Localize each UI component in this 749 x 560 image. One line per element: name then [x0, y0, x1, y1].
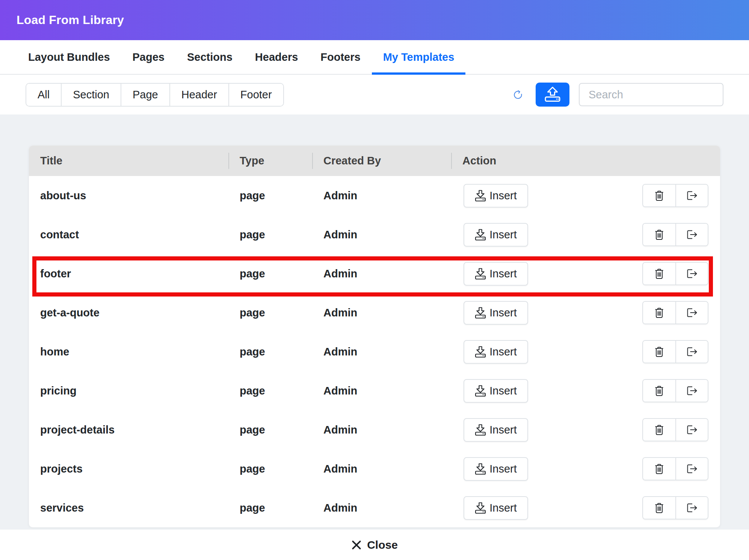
tab-headers[interactable]: Headers: [244, 40, 309, 74]
table-body: about-us page Admin Insert: [29, 176, 720, 527]
insert-button-label: Insert: [489, 268, 517, 280]
row-actions: Insert: [451, 293, 720, 332]
row-icon-buttons: [642, 262, 708, 285]
insert-button-label: Insert: [489, 346, 517, 358]
row-actions: Insert: [451, 449, 720, 488]
export-button[interactable]: [675, 419, 708, 441]
row-actions: Insert: [451, 410, 720, 449]
row-actions: Insert: [451, 215, 720, 254]
delete-button[interactable]: [643, 341, 675, 363]
insert-icon: [475, 463, 486, 475]
table-row: project-details page Admin Insert: [29, 410, 720, 449]
modal-footer: Close: [0, 530, 749, 560]
insert-icon: [475, 229, 486, 241]
insert-icon: [475, 307, 486, 319]
insert-button[interactable]: Insert: [464, 457, 528, 481]
row-actions: Insert: [451, 371, 720, 410]
export-button[interactable]: [675, 458, 708, 480]
row-type: page: [228, 293, 312, 332]
row-icon-buttons: [642, 379, 708, 402]
trash-icon: [655, 425, 664, 435]
table-row: home page Admin Insert: [29, 332, 720, 371]
insert-button[interactable]: Insert: [464, 340, 528, 364]
export-icon: [687, 347, 697, 356]
row-title: about-us: [29, 176, 228, 215]
row-created-by: Admin: [312, 410, 451, 449]
row-type: page: [228, 254, 312, 293]
export-button[interactable]: [675, 341, 708, 363]
close-button[interactable]: Close: [367, 539, 398, 551]
row-created-by: Admin: [312, 332, 451, 371]
insert-button[interactable]: Insert: [464, 496, 528, 520]
delete-button[interactable]: [643, 302, 675, 324]
delete-button[interactable]: [643, 419, 675, 441]
column-header-action: Action: [451, 146, 720, 176]
column-header-created-by: Created By: [312, 146, 451, 176]
tab-footers[interactable]: Footers: [309, 40, 371, 74]
insert-button[interactable]: Insert: [464, 262, 528, 286]
tab-my-templates[interactable]: My Templates: [372, 40, 466, 74]
insert-button-label: Insert: [489, 424, 517, 436]
refresh-icon[interactable]: [513, 90, 523, 100]
delete-button[interactable]: [643, 263, 675, 285]
row-icon-buttons: [642, 496, 708, 519]
upload-button[interactable]: [536, 83, 569, 107]
export-icon: [687, 269, 697, 278]
insert-button[interactable]: Insert: [464, 223, 528, 247]
export-icon: [687, 464, 697, 473]
insert-button[interactable]: Insert: [464, 418, 528, 442]
insert-icon: [475, 268, 486, 280]
table-row: services page Admin Insert: [29, 488, 720, 527]
row-created-by: Admin: [312, 293, 451, 332]
delete-button[interactable]: [643, 458, 675, 480]
row-type: page: [228, 332, 312, 371]
export-button[interactable]: [675, 263, 708, 285]
delete-button[interactable]: [643, 497, 675, 519]
content-area: Title Type Created By Action about-us pa…: [0, 114, 749, 530]
filter-header-button[interactable]: Header: [169, 84, 228, 106]
filter-all-button[interactable]: All: [26, 84, 61, 106]
row-type: page: [228, 371, 312, 410]
trash-icon: [655, 464, 664, 474]
insert-icon: [475, 190, 486, 202]
column-header-type: Type: [228, 146, 312, 176]
export-button[interactable]: [675, 497, 708, 519]
tab-layout-bundles[interactable]: Layout Bundles: [17, 40, 121, 74]
insert-button[interactable]: Insert: [464, 301, 528, 325]
insert-icon: [475, 502, 486, 514]
row-title: project-details: [29, 410, 228, 449]
row-title: get-a-quote: [29, 293, 228, 332]
tab-sections[interactable]: Sections: [176, 40, 244, 74]
delete-button[interactable]: [643, 380, 675, 402]
close-icon[interactable]: [351, 540, 362, 550]
export-button[interactable]: [675, 302, 708, 324]
export-icon: [687, 386, 697, 395]
export-button[interactable]: [675, 224, 708, 245]
tab-bar: Layout Bundles Pages Sections Headers Fo…: [0, 40, 749, 75]
export-icon: [687, 503, 697, 512]
row-type: page: [228, 488, 312, 527]
row-icon-buttons: [642, 418, 708, 441]
search-input[interactable]: [579, 83, 723, 106]
export-button[interactable]: [675, 185, 708, 206]
filter-page-button[interactable]: Page: [121, 84, 169, 106]
insert-icon: [475, 346, 486, 358]
insert-button[interactable]: Insert: [464, 379, 528, 403]
filter-footer-button[interactable]: Footer: [228, 84, 283, 106]
row-title: contact: [29, 215, 228, 254]
row-title: footer: [29, 254, 228, 293]
trash-icon: [655, 385, 664, 396]
insert-icon: [475, 385, 486, 397]
insert-button[interactable]: Insert: [464, 184, 528, 208]
export-button[interactable]: [675, 380, 708, 402]
upload-icon: [545, 86, 560, 103]
delete-button[interactable]: [643, 185, 675, 206]
row-icon-buttons: [642, 301, 708, 324]
row-actions: Insert: [451, 254, 720, 293]
filter-section-button[interactable]: Section: [61, 84, 121, 106]
row-title: home: [29, 332, 228, 371]
tab-pages[interactable]: Pages: [121, 40, 176, 74]
table-row: footer page Admin Insert: [29, 254, 720, 293]
delete-button[interactable]: [643, 224, 675, 245]
row-created-by: Admin: [312, 449, 451, 488]
